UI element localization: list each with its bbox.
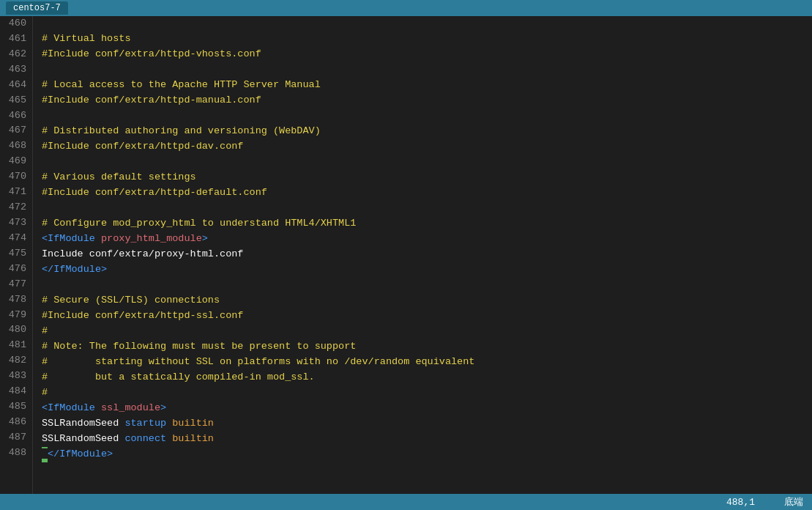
title-tab[interactable]: centos7-7	[6, 1, 68, 15]
token: # Various default settings	[42, 171, 196, 182]
token: # Distributed authoring and versioning (…	[42, 125, 321, 136]
editor-area: 4604614624634644654664674684694704714724…	[0, 16, 812, 494]
line-number: 472	[6, 200, 26, 215]
line-number: 471	[6, 185, 26, 200]
token: >	[160, 402, 166, 413]
code-line	[42, 155, 803, 170]
token: # Configure mod_proxy_html to understand…	[42, 218, 356, 229]
line-number: 486	[6, 415, 26, 430]
code-line	[42, 16, 803, 32]
code-line: <IfModule proxy_html_module>	[42, 232, 803, 247]
token: <IfModule	[42, 402, 101, 413]
code-line	[42, 201, 803, 216]
token: connect	[124, 433, 172, 444]
token: </IfModule>	[42, 264, 107, 275]
code-line: #Include conf/extra/httpd-manual.conf	[42, 93, 803, 108]
code-content[interactable]: # Virtual hosts#Include conf/extra/httpd…	[33, 16, 812, 494]
line-number: 476	[6, 262, 26, 277]
code-line: #Include conf/extra/httpd-vhosts.conf	[42, 47, 803, 62]
cursor-position: 488,1	[726, 497, 755, 508]
line-number: 469	[6, 154, 26, 169]
line-number: 473	[6, 215, 26, 231]
code-line	[42, 278, 803, 293]
line-number: 474	[6, 231, 26, 246]
line-number: 464	[6, 78, 26, 93]
line-number: 463	[6, 62, 26, 78]
token: >	[202, 233, 208, 244]
token: builtin	[172, 418, 214, 429]
token: #Include conf/extra/httpd-dav.conf	[42, 141, 243, 152]
code-line: # Configure mod_proxy_html to understand…	[42, 216, 803, 232]
title-bar: centos7-7	[0, 0, 812, 16]
token: startup	[124, 418, 172, 429]
code-line: #	[42, 324, 803, 339]
code-line: # Distributed authoring and versioning (…	[42, 124, 803, 139]
code-line: #	[42, 385, 803, 401]
code-line: #Include conf/extra/httpd-dav.conf	[42, 139, 803, 155]
code-line: █</IfModule>	[42, 447, 803, 462]
file-end-label: 底端	[784, 495, 803, 509]
line-number: 487	[6, 430, 26, 446]
code-container: 4604614624634644654664674684694704714724…	[0, 16, 812, 494]
token: #	[42, 387, 48, 398]
token: # but a statically compiled-in mod_ssl.	[42, 372, 315, 382]
line-number: 460	[6, 16, 26, 32]
line-number: 482	[6, 353, 26, 369]
line-number: 466	[6, 108, 26, 124]
code-line: Include conf/extra/proxy-html.conf	[42, 247, 803, 262]
token: SSLRandomSeed	[42, 433, 124, 444]
token: proxy_html_module	[101, 233, 202, 244]
line-number: 488	[6, 446, 26, 461]
token: ssl_module	[101, 402, 160, 413]
token: <IfModule	[42, 233, 101, 244]
line-number: 484	[6, 384, 26, 399]
code-line: # Note: The following must must be prese…	[42, 339, 803, 355]
token: # starting without SSL on platforms with…	[42, 356, 474, 367]
token: # Note: The following must must be prese…	[42, 341, 356, 352]
token: #Include conf/extra/httpd-manual.conf	[42, 95, 261, 106]
line-number: 481	[6, 338, 26, 353]
line-number: 470	[6, 169, 26, 185]
line-number: 479	[6, 308, 26, 323]
code-line: # Various default settings	[42, 170, 803, 185]
code-line: SSLRandomSeed connect builtin	[42, 432, 803, 447]
token: #Include conf/extra/httpd-ssl.conf	[42, 310, 243, 321]
code-line: # starting without SSL on platforms with…	[42, 355, 803, 370]
token: </IfModule>	[48, 448, 113, 459]
code-line: # Local access to the Apache HTTP Server…	[42, 78, 803, 93]
token: # Local access to the Apache HTTP Server…	[42, 79, 321, 90]
line-number: 477	[6, 277, 26, 292]
line-numbers: 4604614624634644654664674684694704714724…	[0, 16, 33, 494]
code-line: # Virtual hosts	[42, 32, 803, 47]
line-number: 485	[6, 399, 26, 415]
token: builtin	[172, 433, 214, 444]
code-line: #Include conf/extra/httpd-default.conf	[42, 185, 803, 201]
token: #	[42, 325, 48, 336]
token: # Secure (SSL/TLS) connections	[42, 295, 220, 306]
code-line	[42, 108, 803, 124]
code-line: </IfModule>	[42, 262, 803, 278]
code-line: # Secure (SSL/TLS) connections	[42, 293, 803, 308]
line-number: 480	[6, 322, 26, 338]
line-number: 478	[6, 292, 26, 308]
status-bar: 488,1 底端	[0, 494, 812, 510]
token: #Include conf/extra/httpd-vhosts.conf	[42, 48, 261, 59]
line-number: 467	[6, 123, 26, 138]
line-number: 461	[6, 32, 26, 47]
code-line: SSLRandomSeed startup builtin	[42, 416, 803, 432]
line-number: 483	[6, 369, 26, 384]
token: # Virtual hosts	[42, 33, 131, 44]
token: Include conf/extra/proxy-html.conf	[42, 248, 243, 259]
line-number: 465	[6, 93, 26, 108]
line-number: 468	[6, 138, 26, 154]
code-line: # but a statically compiled-in mod_ssl.	[42, 370, 803, 385]
token: SSLRandomSeed	[42, 418, 124, 429]
code-line: #Include conf/extra/httpd-ssl.conf	[42, 308, 803, 324]
line-number: 462	[6, 47, 26, 62]
code-line: <IfModule ssl_module>	[42, 401, 803, 416]
line-number: 475	[6, 246, 26, 262]
token: #Include conf/extra/httpd-default.conf	[42, 187, 267, 198]
code-line	[42, 62, 803, 78]
